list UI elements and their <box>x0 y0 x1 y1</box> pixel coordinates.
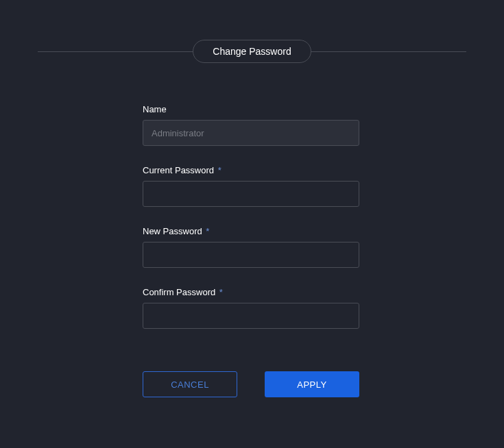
required-asterisk-icon: * <box>219 287 223 297</box>
confirm-password-group: Confirm Password * <box>143 287 504 329</box>
new-password-group: New Password * <box>143 226 504 268</box>
current-password-input[interactable] <box>143 181 359 207</box>
required-asterisk-icon: * <box>206 226 209 236</box>
header-section: Change Password <box>0 0 504 63</box>
header-line-left <box>38 51 193 52</box>
apply-button[interactable]: APPLY <box>265 371 359 397</box>
confirm-password-label-text: Confirm Password <box>143 287 215 297</box>
form-container: Name Current Password * New Password * C… <box>0 63 504 397</box>
new-password-label: New Password * <box>143 226 504 236</box>
cancel-button[interactable]: CANCEL <box>143 371 237 397</box>
current-password-group: Current Password * <box>143 165 504 207</box>
new-password-label-text: New Password <box>143 226 202 236</box>
current-password-label: Current Password * <box>143 165 504 175</box>
required-asterisk-icon: * <box>218 165 221 175</box>
new-password-input[interactable] <box>143 242 359 268</box>
page-title: Change Password <box>193 40 311 63</box>
current-password-label-text: Current Password <box>143 165 214 175</box>
confirm-password-label: Confirm Password * <box>143 287 504 297</box>
confirm-password-input[interactable] <box>143 303 359 329</box>
name-label: Name <box>143 104 504 114</box>
header-line-right <box>311 51 466 52</box>
name-input <box>143 120 359 146</box>
name-group: Name <box>143 104 504 146</box>
button-row: CANCEL APPLY <box>143 371 504 397</box>
